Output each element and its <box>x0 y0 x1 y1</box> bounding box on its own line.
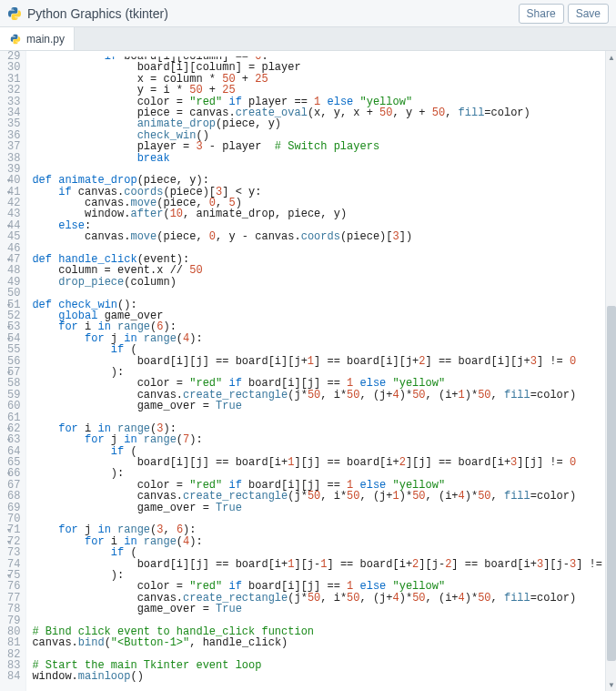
line-gutter: 2930313233343536373839▾40▾414243▾444546▾… <box>0 51 26 691</box>
share-button[interactable]: Share <box>519 4 564 24</box>
tab-bar: main.py <box>0 27 616 51</box>
code-editor[interactable]: 2930313233343536373839▾40▾414243▾444546▾… <box>0 51 605 691</box>
python-icon <box>7 6 22 21</box>
window-title: Python Graphics (tkinter) <box>27 6 168 21</box>
scroll-up-arrow[interactable]: ▲ <box>606 51 616 64</box>
tab-main-py[interactable]: main.py <box>0 27 75 50</box>
vertical-scrollbar[interactable]: ▲ ▼ <box>605 51 616 691</box>
tab-label: main.py <box>26 33 65 46</box>
python-icon <box>9 33 22 46</box>
scroll-thumb[interactable] <box>607 306 616 661</box>
scroll-down-arrow[interactable]: ▼ <box>606 678 616 691</box>
header-bar: Python Graphics (tkinter) Share Save <box>0 0 616 27</box>
save-button[interactable]: Save <box>568 4 609 24</box>
code-content[interactable]: if board[i][column] == 0: board[i][colum… <box>26 51 605 691</box>
